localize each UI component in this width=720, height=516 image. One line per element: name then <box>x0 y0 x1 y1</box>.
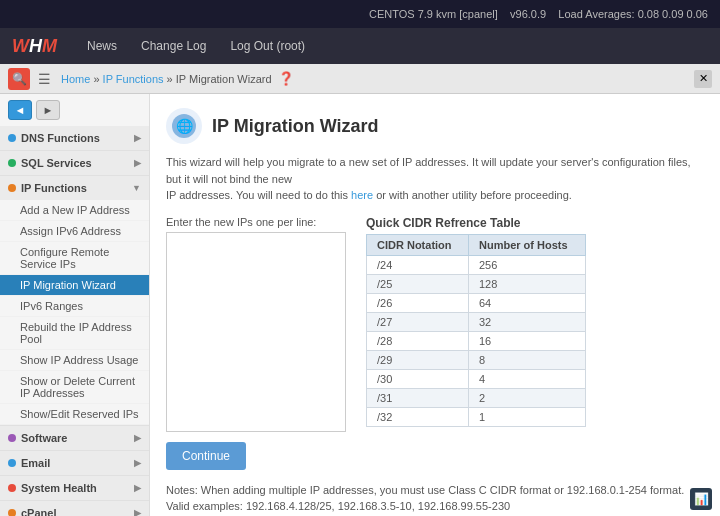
sidebar-sql-header[interactable]: SQL Services ▶ <box>0 151 149 175</box>
page-description: This wizard will help you migrate to a n… <box>166 154 704 204</box>
cidr-title: Quick CIDR Refrence Table <box>366 216 704 230</box>
cidr-row: /298 <box>367 350 586 369</box>
close-button[interactable]: ✕ <box>694 70 712 88</box>
cidr-row: /24256 <box>367 255 586 274</box>
sidebar-section-cpanel: cPanel ▶ <box>0 501 149 516</box>
sidebar-ip-header[interactable]: IP Functions ▼ <box>0 176 149 200</box>
breadcrumb-section[interactable]: IP Functions <box>103 73 164 85</box>
cpanel-dot <box>8 509 16 516</box>
nav-arrows: ◄ ► <box>0 94 149 126</box>
sidebar-dns-header[interactable]: DNS Functions ▶ <box>0 126 149 150</box>
server-info: CENTOS 7.9 kvm [cpanel] v96.0.9 Load Ave… <box>369 8 708 20</box>
sidebar-item-assign-ipv6[interactable]: Assign IPv6 Address <box>0 221 149 242</box>
notes-section: Notes: When adding multiple IP addresses… <box>166 482 704 515</box>
ip-input-panel: Enter the new IPs one per line: Continue <box>166 216 346 470</box>
cidr-row: /321 <box>367 407 586 426</box>
cidr-header-notation: CIDR Notation <box>367 234 469 255</box>
sql-dot <box>8 159 16 167</box>
sidebar-item-configure-remote[interactable]: Configure Remote Service IPs <box>0 242 149 275</box>
cidr-row: /312 <box>367 388 586 407</box>
dns-dot <box>8 134 16 142</box>
sidebar-item-rebuild-pool[interactable]: Rebuild the IP Address Pool <box>0 317 149 350</box>
cidr-hosts: 64 <box>468 293 585 312</box>
sidebar-section-ip: IP Functions ▼ Add a New IP Address Assi… <box>0 176 149 426</box>
sidebar-section-software: Software ▶ <box>0 426 149 451</box>
content-area: 🌐 IP Migration Wizard This wizard will h… <box>150 94 720 516</box>
sidebar-cpanel-label: cPanel <box>21 507 56 516</box>
notes-line1: Notes: When adding multiple IP addresses… <box>166 482 704 499</box>
search-button[interactable]: 🔍 <box>8 68 30 90</box>
cidr-table: CIDR Notation Number of Hosts /24256/251… <box>366 234 586 427</box>
sidebar-item-show-reserved[interactable]: Show/Edit Reserved IPs <box>0 404 149 425</box>
cidr-notation: /31 <box>367 388 469 407</box>
cidr-hosts: 128 <box>468 274 585 293</box>
ip-form-label: Enter the new IPs one per line: <box>166 216 346 228</box>
cpanel-arrow: ▶ <box>134 508 141 516</box>
cidr-hosts: 256 <box>468 255 585 274</box>
cidr-hosts: 8 <box>468 350 585 369</box>
content-body: Enter the new IPs one per line: Continue… <box>166 216 704 470</box>
nav-news[interactable]: News <box>77 33 127 59</box>
nav-forward-button[interactable]: ► <box>36 100 60 120</box>
sidebar-section-system-health: System Health ▶ <box>0 476 149 501</box>
email-dot <box>8 459 16 467</box>
bottom-right-icon[interactable]: 📊 <box>690 488 712 510</box>
cidr-row: /2664 <box>367 293 586 312</box>
nav-back-button[interactable]: ◄ <box>8 100 32 120</box>
sidebar-email-header[interactable]: Email ▶ <box>0 451 149 475</box>
cidr-notation: /28 <box>367 331 469 350</box>
sidebar-dns-label: DNS Functions <box>21 132 100 144</box>
help-icon[interactable]: ❓ <box>278 71 294 86</box>
breadcrumb-sep2: » <box>167 73 176 85</box>
software-dot <box>8 434 16 442</box>
dns-arrow: ▶ <box>134 133 141 143</box>
cidr-hosts: 32 <box>468 312 585 331</box>
cidr-notation: /30 <box>367 369 469 388</box>
whm-logo: WHM <box>12 36 57 57</box>
main-layout: ◄ ► DNS Functions ▶ SQL Services ▶ IP Fu… <box>0 94 720 516</box>
sidebar-item-ip-migration[interactable]: IP Migration Wizard <box>0 275 149 296</box>
ip-textarea[interactable] <box>166 232 346 432</box>
breadcrumb-page: IP Migration Wizard <box>176 73 272 85</box>
nav-changelog[interactable]: Change Log <box>131 33 216 59</box>
ip-dot <box>8 184 16 192</box>
sidebar-section-sql: SQL Services ▶ <box>0 151 149 176</box>
version-badge: v96.0.9 <box>510 8 546 20</box>
sidebar-system-health-header[interactable]: System Health ▶ <box>0 476 149 500</box>
sidebar-item-show-usage[interactable]: Show IP Address Usage <box>0 350 149 371</box>
sidebar-email-label: Email <box>21 457 50 469</box>
cidr-panel: Quick CIDR Refrence Table CIDR Notation … <box>366 216 704 470</box>
menu-icon[interactable]: ☰ <box>38 71 51 87</box>
sidebar-item-ipv6-ranges[interactable]: IPv6 Ranges <box>0 296 149 317</box>
sidebar-item-add-ip[interactable]: Add a New IP Address <box>0 200 149 221</box>
sidebar-section-email: Email ▶ <box>0 451 149 476</box>
cidr-notation: /26 <box>367 293 469 312</box>
cidr-row: /25128 <box>367 274 586 293</box>
ip-migration-icon: 🌐 <box>166 108 202 144</box>
breadcrumb-home[interactable]: Home <box>61 73 90 85</box>
sidebar-ip-label: IP Functions <box>21 182 87 194</box>
page-title: IP Migration Wizard <box>212 116 379 137</box>
nav-bar: WHM News Change Log Log Out (root) <box>0 28 720 64</box>
sidebar-cpanel-header[interactable]: cPanel ▶ <box>0 501 149 516</box>
sidebar-software-label: Software <box>21 432 67 444</box>
cidr-hosts: 4 <box>468 369 585 388</box>
ip-arrow: ▼ <box>132 183 141 193</box>
desc-line3: or with another utility before proceedin… <box>376 189 572 201</box>
svg-text:🌐: 🌐 <box>176 118 194 135</box>
top-bar: CENTOS 7.9 kvm [cpanel] v96.0.9 Load Ave… <box>0 0 720 28</box>
cidr-notation: /27 <box>367 312 469 331</box>
cidr-hosts: 2 <box>468 388 585 407</box>
cidr-hosts: 16 <box>468 331 585 350</box>
continue-button[interactable]: Continue <box>166 442 246 470</box>
sidebar-item-show-delete[interactable]: Show or Delete Current IP Addresses <box>0 371 149 404</box>
email-arrow: ▶ <box>134 458 141 468</box>
nav-logout[interactable]: Log Out (root) <box>220 33 315 59</box>
breadcrumb-sep1: » <box>93 73 102 85</box>
desc-link[interactable]: here <box>351 189 373 201</box>
desc-line2: IP addresses. You will need to do this <box>166 189 348 201</box>
sidebar-software-header[interactable]: Software ▶ <box>0 426 149 450</box>
sidebar-section-dns: DNS Functions ▶ <box>0 126 149 151</box>
sql-arrow: ▶ <box>134 158 141 168</box>
notes-line2: Valid examples: 192.168.4.128/25, 192.16… <box>166 498 704 515</box>
